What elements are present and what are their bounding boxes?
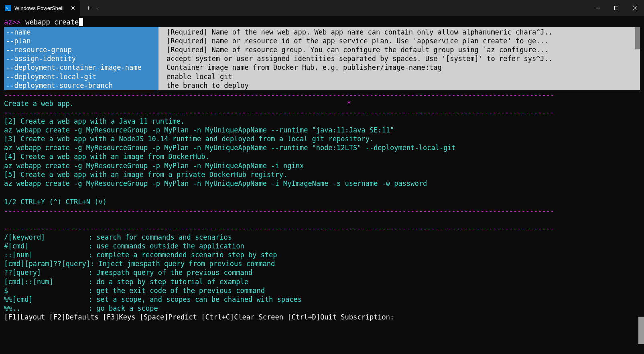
help-key: %%[cmd]: [4, 295, 88, 304]
separator: ----------------------------------------…: [4, 90, 640, 99]
help-title: Create a web app.: [4, 99, 74, 108]
help-key: [cmd]::[num]: [4, 277, 88, 286]
minimize-button[interactable]: [589, 0, 607, 16]
help-row: %%[cmd]:set a scope, and scopes can be c…: [4, 295, 640, 304]
prompt-line: az>> webapp create: [4, 18, 640, 26]
svg-rect-1: [615, 6, 618, 10]
window-controls: [589, 0, 644, 16]
bottom-bar: [F1]Layout [F2]Defaults [F3]Keys [Space]…: [4, 313, 640, 321]
help-row: $:get the exit code of the previous comm…: [4, 286, 640, 295]
command-input[interactable]: webapp create: [25, 18, 79, 26]
help-desc: Inject jmespath query from previous comm…: [98, 259, 275, 268]
help-row: /[keyword]:search for commands and scena…: [4, 233, 640, 242]
help-table: /[keyword]:search for commands and scena…: [4, 233, 640, 313]
help-desc: Jmespath query of the previous command: [96, 268, 252, 277]
completion-desc: enable local git: [167, 72, 640, 81]
help-desc: complete a recommended scenario step by …: [96, 250, 277, 259]
main-scrollbar-thumb[interactable]: [638, 317, 644, 344]
tab-dropdown-icon[interactable]: ⌵: [93, 4, 103, 12]
help-desc: set a scope, and scopes can be chained w…: [96, 295, 302, 304]
completion-desc: Container image name from Docker Hub, e.…: [167, 63, 640, 72]
completion-desc: [Required] Name of resource group. You c…: [167, 45, 640, 54]
help-row: ::[num]:complete a recommended scenario …: [4, 250, 640, 259]
examples-block: [2] Create a web app with a Java 11 runt…: [4, 117, 640, 188]
completion-option[interactable]: --deployment-source-branch: [6, 81, 156, 90]
help-key: ??[query]: [4, 268, 88, 277]
completion-scrollbar-track[interactable]: [635, 27, 640, 90]
completion-scrollbar-thumb[interactable]: [635, 27, 640, 49]
close-window-button[interactable]: [626, 0, 644, 16]
help-key: [cmd][param]??[query]: [4, 259, 90, 268]
tab-title: Windows PowerShell: [14, 5, 66, 11]
completion-desc: the branch to deploy: [167, 81, 640, 90]
example-line: az webapp create -g MyResourceGroup -p M…: [4, 179, 640, 188]
help-row: %%..:go back a scope: [4, 304, 640, 313]
separator: ----------------------------------------…: [4, 206, 640, 215]
nav-hint: 1/2 CTRL+Y (^) CTRL+N (v): [4, 197, 640, 206]
completion-descriptions: [Required] Name of the new web app. Web …: [158, 27, 640, 90]
help-desc: do a step by step tutorial of example: [96, 277, 248, 286]
help-desc: use commands outside the application: [96, 242, 244, 250]
completion-option[interactable]: --assign-identity: [6, 54, 156, 63]
help-row: [cmd]::[num]:do a step by step tutorial …: [4, 277, 640, 286]
completion-option[interactable]: --plan: [6, 37, 156, 45]
completion-popup[interactable]: --name --plan --resource-group --assign-…: [4, 27, 640, 90]
help-key: ::[num]: [4, 250, 88, 259]
tab-actions: + ⌵: [80, 0, 106, 16]
help-desc: search for commands and scenarios: [96, 233, 232, 242]
completion-desc: [Required] name or resource id of the ap…: [167, 37, 640, 45]
terminal-area[interactable]: az>> webapp create --name --plan --resou…: [0, 16, 644, 323]
help-desc: go back a scope: [96, 304, 158, 313]
tab-powershell[interactable]: >_ Windows PowerShell ✕: [0, 0, 80, 16]
example-line: [4] Create a web app with an image from …: [4, 152, 640, 161]
separator: ----------------------------------------…: [4, 108, 640, 117]
help-title-row: Create a web app. *: [4, 99, 640, 108]
help-row: ??[query]:Jmespath query of the previous…: [4, 268, 640, 277]
separator: ----------------------------------------…: [4, 224, 640, 233]
example-line: az webapp create -g MyResourceGroup -p M…: [4, 143, 640, 152]
example-line: [2] Create a web app with a Java 11 runt…: [4, 117, 640, 126]
help-desc: get the exit code of the previous comman…: [96, 286, 265, 295]
example-line: [3] Create a web app with a NodeJS 10.14…: [4, 134, 640, 143]
example-line: az webapp create -g MyResourceGroup -p M…: [4, 126, 640, 134]
help-key: $: [4, 286, 88, 295]
completion-option[interactable]: --deployment-container-image-name: [6, 63, 156, 72]
help-key: %%..: [4, 304, 88, 313]
example-line: [5] Create a web app with an image from …: [4, 170, 640, 179]
completion-desc: [Required] Name of the new web app. Web …: [167, 28, 640, 37]
help-row: #[cmd]:use commands outside the applicat…: [4, 242, 640, 250]
completion-desc: accept system or user assigned identitie…: [167, 54, 640, 63]
titlebar: >_ Windows PowerShell ✕ + ⌵: [0, 0, 644, 16]
completion-option[interactable]: --name: [6, 28, 156, 37]
help-row: [cmd][param]??[query]:Inject jmespath qu…: [4, 259, 640, 268]
help-key: /[keyword]: [4, 233, 88, 242]
help-key: #[cmd]: [4, 242, 88, 250]
text-cursor: [79, 18, 83, 26]
close-tab-icon[interactable]: ✕: [71, 5, 75, 11]
new-tab-button[interactable]: +: [83, 3, 93, 13]
completion-options[interactable]: --name --plan --resource-group --assign-…: [4, 27, 158, 90]
example-line: az webapp create -g MyResourceGroup -p M…: [4, 161, 640, 170]
powershell-icon: >_: [5, 5, 11, 11]
completion-option[interactable]: --deployment-local-git: [6, 72, 156, 81]
star-marker: *: [347, 99, 351, 108]
prompt-prefix: az>>: [4, 18, 20, 26]
completion-option[interactable]: --resource-group: [6, 45, 156, 54]
maximize-button[interactable]: [607, 0, 626, 16]
